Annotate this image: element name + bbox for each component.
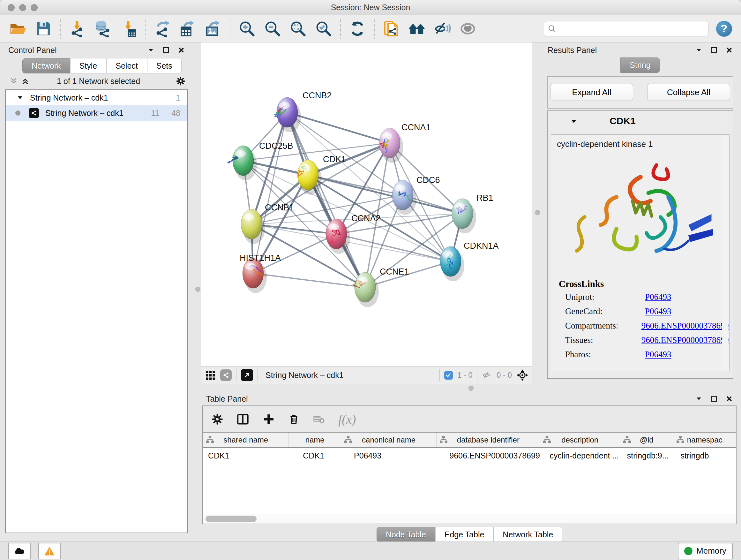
zoom-in-button[interactable] <box>238 20 256 38</box>
network-options-button[interactable] <box>176 76 185 86</box>
import-network-file-button[interactable] <box>68 20 86 38</box>
export-network-button[interactable] <box>153 20 171 38</box>
network-edge[interactable] <box>287 112 390 143</box>
birdseye-crosshair-icon[interactable] <box>516 369 529 381</box>
cell-id[interactable]: stringdb:9... <box>620 448 674 463</box>
open-session-button[interactable] <box>9 20 27 38</box>
memory-button[interactable]: Memory <box>678 543 733 559</box>
collapse-all-networks-button[interactable] <box>10 77 18 85</box>
cell-namespace[interactable]: stringdb <box>673 448 736 463</box>
import-table-button[interactable] <box>119 20 137 38</box>
panel-close-button[interactable] <box>726 47 733 54</box>
string-documents-button[interactable] <box>382 20 400 38</box>
panel-maximize-button[interactable] <box>711 395 718 402</box>
table-row[interactable]: CDK1 CDK1 P06493 9606.ENSP00000378699 cy… <box>203 448 736 463</box>
crosslink-link-compartments[interactable]: 9606.ENSP00000378699 <box>642 321 729 331</box>
window-close-button[interactable] <box>8 4 15 11</box>
tab-string[interactable]: String <box>620 57 660 73</box>
panel-close-button[interactable] <box>178 47 185 54</box>
window-minimize-button[interactable] <box>19 4 26 11</box>
column-header-namespace[interactable]: namespac <box>673 433 736 447</box>
column-header-id[interactable]: @id <box>620 433 674 447</box>
home-networks-button[interactable] <box>408 20 426 38</box>
grid-view-icon[interactable] <box>205 370 216 381</box>
network-node-HIST1H1A[interactable] <box>243 258 267 293</box>
export-table-button[interactable] <box>179 20 197 38</box>
column-header-shared-name[interactable]: shared name <box>203 433 289 447</box>
search-box[interactable] <box>544 21 709 37</box>
network-node-CDKN1A[interactable] <box>440 246 464 281</box>
table-horizontal-scrollbar[interactable] <box>203 514 736 523</box>
entry-header[interactable]: CDK1 <box>548 111 733 131</box>
network-node-CCNB2[interactable] <box>274 98 301 132</box>
network-node-CDK1[interactable] <box>297 160 322 195</box>
tab-edge-table[interactable]: Edge Table <box>435 527 494 542</box>
share-view-icon[interactable] <box>220 369 232 381</box>
tab-node-table[interactable]: Node Table <box>377 527 435 542</box>
cloud-status-button[interactable] <box>8 543 30 559</box>
export-image-button[interactable] <box>204 20 222 38</box>
crosslink-link-genecard[interactable]: P06493 <box>645 307 671 316</box>
clear-table-icon[interactable] <box>313 413 326 426</box>
expand-all-button[interactable]: Expand All <box>550 84 633 101</box>
function-builder-button[interactable]: f(x) <box>338 412 356 427</box>
zoom-selected-button[interactable] <box>315 20 333 38</box>
refresh-button[interactable] <box>348 20 366 38</box>
panel-float-button[interactable] <box>696 47 702 53</box>
network-row[interactable]: String Network – cdk1 11 48 <box>6 105 187 121</box>
network-collection-row[interactable]: String Network – cdk1 1 <box>6 90 187 105</box>
panel-close-button[interactable] <box>726 395 733 402</box>
network-node-RB1[interactable] <box>452 199 476 233</box>
tab-select[interactable]: Select <box>106 58 147 73</box>
network-edge[interactable] <box>253 112 287 273</box>
tab-network[interactable]: Network <box>22 58 70 73</box>
network-node-CCNA2[interactable] <box>326 219 350 254</box>
cell-name[interactable]: CDK1 <box>289 448 341 463</box>
crosslink-link-uniprot[interactable]: P06493 <box>645 292 671 302</box>
tab-sets[interactable]: Sets <box>147 58 182 73</box>
import-network-from-database-button[interactable] <box>94 20 112 38</box>
cell-canonical-name[interactable]: P06493 <box>341 448 436 463</box>
cell-description[interactable]: cyclin-dependent ... <box>540 448 620 463</box>
selected-checkbox-icon[interactable] <box>444 371 453 380</box>
cell-database-identifier[interactable]: 9606.ENSP00000378699 <box>436 448 540 463</box>
help-button[interactable]: ? <box>716 21 732 37</box>
column-header-name[interactable]: name <box>289 433 341 447</box>
network-edge[interactable] <box>287 112 365 287</box>
network-node-CCNA1[interactable] <box>379 128 403 163</box>
splitter-handle[interactable] <box>468 386 474 391</box>
panel-maximize-button[interactable] <box>711 47 718 54</box>
network-node-CDC6[interactable] <box>392 180 416 215</box>
panel-maximize-button[interactable] <box>162 47 170 54</box>
tab-style[interactable]: Style <box>70 58 107 73</box>
cell-shared-name[interactable]: CDK1 <box>203 448 289 463</box>
tab-network-table[interactable]: Network Table <box>493 527 562 542</box>
zoom-fit-button[interactable] <box>289 20 307 38</box>
crosslink-link-tissues[interactable]: 9606.ENSP00000378699 <box>642 335 729 345</box>
network-edge[interactable] <box>253 273 365 287</box>
column-header-canonical-name[interactable]: canonical name <box>341 433 436 447</box>
search-input[interactable] <box>559 24 704 34</box>
column-header-description[interactable]: description <box>540 433 620 447</box>
delete-column-icon[interactable] <box>288 413 300 425</box>
splitter-handle[interactable] <box>195 287 200 292</box>
collapse-all-button[interactable]: Collapse All <box>647 84 730 101</box>
window-zoom-button[interactable] <box>30 4 38 11</box>
hidden-eye-slash-icon[interactable] <box>482 370 492 380</box>
panel-float-button[interactable] <box>148 47 154 53</box>
table-options-gear-icon[interactable] <box>211 413 223 425</box>
results-scrollbar[interactable] <box>722 135 729 370</box>
network-node-CCNE1[interactable] <box>353 272 379 307</box>
save-session-button[interactable] <box>35 20 52 38</box>
hide-show-button[interactable] <box>433 20 451 38</box>
column-header-database-identifier[interactable]: database identifier <box>436 433 540 447</box>
show-columns-icon[interactable] <box>236 413 250 426</box>
tree-expander-icon[interactable] <box>17 95 23 101</box>
add-column-icon[interactable] <box>262 413 275 426</box>
crosslink-link-pharos[interactable]: P06493 <box>645 350 671 360</box>
scrollbar-thumb[interactable] <box>205 516 257 522</box>
panel-float-button[interactable] <box>696 395 702 402</box>
network-canvas[interactable]: CCNB2CCNA1CDC25BCDK1CDC6RB1CCNB1CCNA2CDK… <box>201 43 532 366</box>
splitter-handle[interactable] <box>535 210 540 215</box>
expand-all-networks-button[interactable] <box>21 77 29 85</box>
